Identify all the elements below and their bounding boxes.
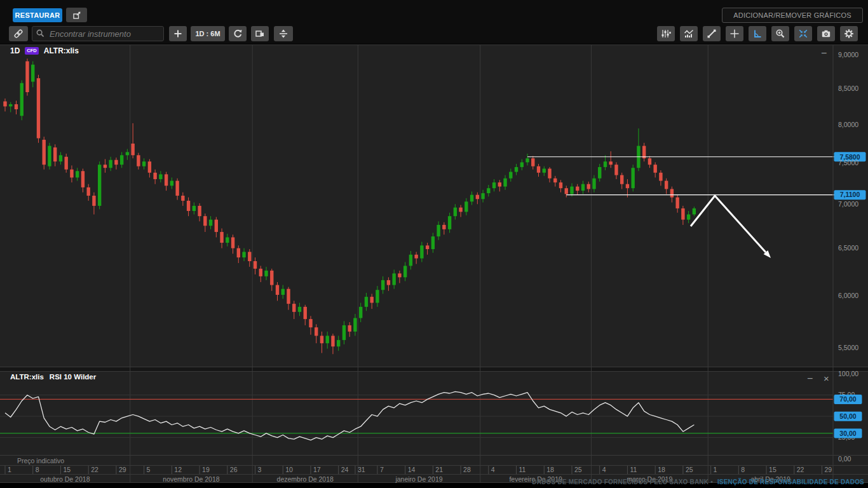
data-disclaimer: DADOS DE MERCADO FORNECIDOS PELO SAXO BA… <box>532 478 864 485</box>
chart-canvas[interactable]: 7,58007,11009,00008,50008,00007,50007,00… <box>0 44 868 483</box>
candle-body <box>581 184 585 191</box>
trendline-icon <box>707 29 717 39</box>
candle-body <box>548 168 551 178</box>
trendline-tool-button[interactable] <box>703 26 721 41</box>
add-instrument-button[interactable] <box>169 26 187 41</box>
candle-body <box>248 252 251 261</box>
add-remove-charts-button[interactable]: ADICIONAR/REMOVER GRÁFICOS <box>722 8 863 23</box>
search-input[interactable] <box>32 26 164 41</box>
price-axis-label: 6,5000 <box>838 244 858 252</box>
month-label: janeiro De 2019 <box>395 475 442 483</box>
candle-body <box>426 245 429 249</box>
candle-body <box>409 255 412 266</box>
candle-body <box>465 201 468 212</box>
day-tick-label: 26 <box>230 466 238 473</box>
compare-icon <box>255 29 265 39</box>
candle-body <box>559 182 562 188</box>
minimize-chart-button[interactable]: − <box>821 48 827 58</box>
candle-body <box>142 161 146 166</box>
minimize-rsi-button[interactable]: − <box>807 374 813 384</box>
angle-snap-button[interactable] <box>749 26 766 41</box>
candle-body <box>398 273 401 277</box>
crosshair-icon <box>729 29 740 39</box>
fit-screen-button[interactable] <box>794 26 812 41</box>
refresh-button[interactable] <box>229 26 247 41</box>
candle-body <box>64 157 67 170</box>
candle-body <box>387 280 390 285</box>
candle-body <box>98 165 101 206</box>
day-tick-label: 5 <box>147 466 151 473</box>
candle-body <box>376 290 379 302</box>
candle-body <box>348 325 351 332</box>
disclaimer-link[interactable]: ISENÇÃO DE RESPONSABILIDADE DE DADOS <box>717 478 864 485</box>
indicators-button[interactable] <box>657 26 675 41</box>
day-tick-label: 24 <box>341 466 349 473</box>
candle-body <box>15 104 18 109</box>
day-tick-label: 8 <box>36 466 39 473</box>
open-in-window-button[interactable] <box>66 8 87 22</box>
crosshair-button[interactable] <box>726 26 743 41</box>
candle-body <box>631 168 634 188</box>
candle-body <box>353 318 356 332</box>
candle-body <box>131 144 134 155</box>
interval-range-button[interactable]: 1D : 6M <box>191 26 225 41</box>
candle-body <box>175 181 179 196</box>
candle-body <box>381 280 384 290</box>
candle-body <box>20 83 24 116</box>
candle-body <box>515 167 518 172</box>
day-tick-label: 7 <box>380 466 384 473</box>
link-chart-button[interactable] <box>9 26 28 41</box>
candle-body <box>614 165 618 175</box>
day-tick-label: 11 <box>519 466 526 473</box>
candle-body <box>92 196 95 206</box>
candle-body <box>181 196 184 201</box>
candle-body <box>653 165 656 173</box>
disclaimer-text: DADOS DE MERCADO FORNECIDOS PELO SAXO BA… <box>532 478 713 485</box>
candle-body <box>298 307 301 312</box>
chart-type-button[interactable] <box>680 26 698 41</box>
candle-body <box>270 271 273 285</box>
day-tick-label: 25 <box>686 466 693 473</box>
candle-body <box>359 307 362 318</box>
month-label: outubro De 2018 <box>40 475 90 483</box>
candle-body <box>370 297 373 302</box>
candle-body <box>53 147 57 161</box>
candle-body <box>498 182 501 186</box>
candle-body <box>137 155 140 166</box>
candle-body <box>114 160 118 165</box>
candle-body <box>470 195 473 202</box>
candle-body <box>153 173 156 179</box>
day-tick-label: 19 <box>202 466 210 473</box>
cfd-badge: CFD <box>25 47 38 55</box>
indicative-price-label: Preço indicativo <box>17 457 64 464</box>
screenshot-button[interactable] <box>817 26 835 41</box>
candle-body <box>43 140 46 165</box>
day-tick-label: 22 <box>797 466 804 473</box>
close-rsi-button[interactable]: × <box>824 374 829 383</box>
candle-body <box>215 220 218 232</box>
candle-body <box>459 208 462 212</box>
zoom-in-button[interactable] <box>771 26 789 41</box>
candle-body <box>665 181 668 189</box>
candle-body <box>481 193 484 199</box>
candle-body <box>392 273 395 285</box>
candle-body <box>187 201 190 211</box>
candle-body <box>320 336 323 343</box>
candle-body <box>292 304 295 312</box>
candle-body <box>259 269 262 276</box>
candle-body <box>687 214 690 219</box>
candle-body <box>304 307 307 319</box>
panel-splitter-button[interactable] <box>274 26 293 41</box>
candle-body <box>526 158 529 162</box>
compare-view-button[interactable] <box>251 26 269 41</box>
chart-header: 1D CFD ALTR:xlis <box>10 46 79 56</box>
candle-body <box>198 206 201 216</box>
candle-body <box>403 266 407 277</box>
candle-body <box>148 161 151 173</box>
settings-button[interactable] <box>840 26 858 41</box>
candle-body <box>420 245 423 258</box>
candle-body <box>520 162 524 167</box>
candle-body <box>3 102 6 107</box>
instrument-search <box>32 26 164 41</box>
restore-button[interactable]: RESTAURAR <box>13 8 62 22</box>
